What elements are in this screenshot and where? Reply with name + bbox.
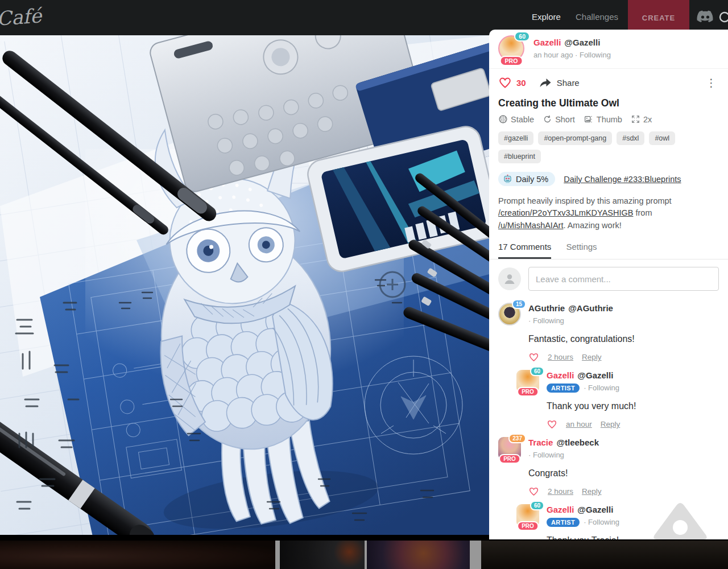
tag-sdxl[interactable]: #sdxl xyxy=(617,131,644,145)
thumbnail-mechanical-heart[interactable] xyxy=(0,541,275,569)
prompt-length-label: Short xyxy=(555,115,575,124)
robot-icon xyxy=(503,174,512,184)
like-button[interactable]: 30 xyxy=(498,76,526,89)
person-icon xyxy=(503,272,516,286)
creation-link[interactable]: /creation/P2oYTxv3JLmKDYASHIGB xyxy=(498,208,633,217)
commenter-name[interactable]: Tracie xyxy=(528,438,553,447)
search-icon[interactable] xyxy=(718,10,728,25)
thumbnail-gap xyxy=(470,541,481,569)
post-header: 60 PRO Gazelli@Gazelli an hour ago · Fol… xyxy=(489,30,728,69)
daily-rank-label: Daily 5% xyxy=(516,175,548,184)
commenter-handle[interactable]: @tleebeck xyxy=(556,438,599,447)
comment-composer xyxy=(489,259,728,298)
commenter-avatar[interactable]: 15 xyxy=(498,303,521,325)
comment-timestamp-link[interactable]: an hour xyxy=(566,420,592,428)
image-icon xyxy=(584,114,594,124)
following-label: · Following xyxy=(584,384,619,392)
model-meta: Stable xyxy=(498,114,534,124)
description-text: from xyxy=(633,208,652,217)
commenter-handle[interactable]: @Gazelli xyxy=(577,370,613,380)
daily-rank-pill: Daily 5% xyxy=(498,172,555,186)
refresh-icon xyxy=(543,114,552,124)
commenter-avatar[interactable]: 60 PRO xyxy=(516,504,539,527)
model-label: Stable xyxy=(511,115,534,124)
blueprint-owl-illustration xyxy=(0,35,489,535)
comment-timestamp-link[interactable]: 2 hours xyxy=(548,487,573,496)
brain-icon xyxy=(498,114,508,124)
challenge-link[interactable]: Daily Challenge #233:Blueprints xyxy=(564,175,681,184)
comment-tracie: 237 PRO Tracie@tleebeck · Following Cong… xyxy=(489,432,728,496)
thumbnail-street-scene[interactable] xyxy=(481,541,728,569)
share-label: Share xyxy=(557,78,580,88)
tab-comments[interactable]: 17 Comments xyxy=(498,242,551,259)
tag-blueprint[interactable]: #blueprint xyxy=(498,150,541,163)
more-options-icon[interactable]: ⋮ xyxy=(704,77,719,88)
post-action-bar: 30 Share ⋮ xyxy=(489,69,728,96)
post-description: Prompt heavily inspired by this amazing … xyxy=(489,186,728,232)
level-badge: 60 xyxy=(514,31,530,42)
comment-reply-link[interactable]: Reply xyxy=(601,420,621,428)
artist-badge: ARTIST xyxy=(547,384,580,393)
following-label: · Following xyxy=(528,451,564,459)
reply-gazelli-1: 60 PRO Gazelli@Gazelli ARTIST · Followin… xyxy=(489,365,728,429)
commenter-name[interactable]: Gazelli xyxy=(547,505,574,514)
tab-settings[interactable]: Settings xyxy=(566,242,597,259)
scale-meta: 2x xyxy=(631,114,652,124)
commenter-handle[interactable]: @Gazelli xyxy=(577,505,613,514)
level-badge: 60 xyxy=(530,366,544,376)
prompt-length-meta: Short xyxy=(543,114,575,124)
commenter-avatar[interactable]: 237 PRO xyxy=(498,437,521,460)
scale-label: 2x xyxy=(643,115,652,124)
site-logo[interactable]: Café xyxy=(0,4,42,30)
author-name[interactable]: Gazelli xyxy=(533,38,561,47)
comment-aguthrie: 15 AGuthrie@AGuthrie · Following Fantast… xyxy=(489,298,728,362)
panel-tabs: 17 Comments Settings xyxy=(489,232,728,259)
share-button[interactable]: Share xyxy=(539,77,580,88)
comment-text: Congrats! xyxy=(528,468,719,479)
heart-icon xyxy=(528,486,539,496)
related-thumbnails-strip xyxy=(0,541,728,569)
thumb-label: Thumb xyxy=(597,115,622,124)
comment-input[interactable] xyxy=(528,267,719,291)
heart-icon xyxy=(498,76,512,89)
tag-list: #gazelli #open-prompt-gang #sdxl #owl #b… xyxy=(489,124,728,163)
description-text: . Amazing work! xyxy=(563,221,621,230)
thumbnail-machine-claw[interactable] xyxy=(280,541,365,569)
commenter-handle[interactable]: @AGuthrie xyxy=(568,303,613,313)
site-watermark-logo xyxy=(652,502,709,539)
commenter-avatar[interactable]: 60 PRO xyxy=(516,370,539,393)
comment-text: Fantastic, congratulations! xyxy=(528,334,719,344)
comment-reply-link[interactable]: Reply xyxy=(582,487,602,496)
comment-text: Thank you very much! xyxy=(547,401,719,411)
nav-explore[interactable]: Explore xyxy=(532,12,561,22)
pro-badge: PRO xyxy=(517,521,539,531)
tag-owl[interactable]: #owl xyxy=(649,131,675,145)
post-meta-row: Stable Short Thumb 2x xyxy=(489,109,728,124)
comment-like-button[interactable] xyxy=(528,486,539,496)
following-label: · Following xyxy=(584,518,619,526)
author-avatar[interactable]: 60 PRO xyxy=(498,35,524,61)
nav-challenges[interactable]: Challenges xyxy=(576,12,618,22)
post-artwork-image[interactable] xyxy=(0,35,489,535)
level-badge: 15 xyxy=(512,299,526,309)
user-link[interactable]: /u/MishMashAIArt xyxy=(498,221,563,230)
discord-icon[interactable] xyxy=(696,10,714,24)
artist-badge: ARTIST xyxy=(547,518,580,527)
current-user-avatar xyxy=(498,267,521,290)
author-handle[interactable]: @Gazelli xyxy=(564,38,600,47)
commenter-name[interactable]: Gazelli xyxy=(547,370,574,380)
thumb-meta: Thumb xyxy=(584,114,622,124)
description-text: Prompt heavily inspired by this amazing … xyxy=(498,196,672,205)
level-badge: 237 xyxy=(508,434,526,443)
level-badge: 60 xyxy=(530,501,544,510)
comment-like-button[interactable] xyxy=(547,419,557,429)
comment-reply-link[interactable]: Reply xyxy=(582,353,602,361)
heart-icon xyxy=(547,419,557,429)
tag-gazelli[interactable]: #gazelli xyxy=(498,131,533,145)
comment-timestamp-link[interactable]: 2 hours xyxy=(548,353,573,361)
tag-open-prompt-gang[interactable]: #open-prompt-gang xyxy=(538,131,612,145)
comment-like-button[interactable] xyxy=(528,352,539,362)
thumbnail-fox-art[interactable] xyxy=(367,541,470,569)
commenter-name[interactable]: AGuthrie xyxy=(528,303,565,313)
pro-badge: PRO xyxy=(499,454,520,464)
